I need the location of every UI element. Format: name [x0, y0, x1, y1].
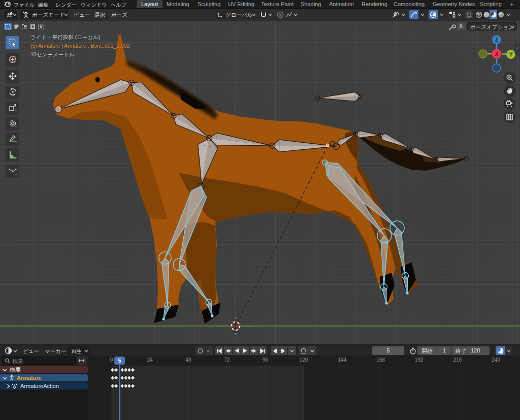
svg-text:Y: Y: [509, 52, 513, 57]
svg-text:X: X: [495, 51, 499, 57]
svg-text:Z: Z: [495, 37, 498, 43]
